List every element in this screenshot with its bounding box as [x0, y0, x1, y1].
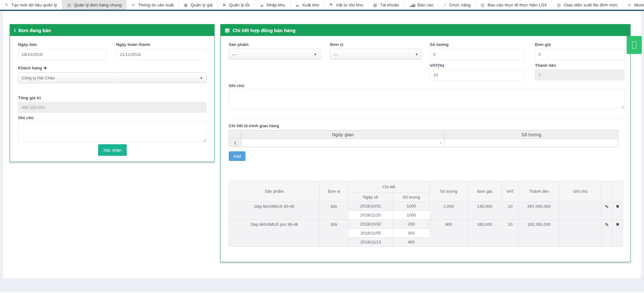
- card-icon: ▦: [373, 3, 377, 7]
- total-value-label: Tổng giá trị: [18, 95, 41, 100]
- delete-icon[interactable]: ✖: [616, 204, 620, 209]
- schedule-qty-cell[interactable]: [445, 139, 618, 147]
- col-vat: VAT: [502, 181, 519, 202]
- customer-select[interactable]: Công ty Hải Châu ▼: [18, 72, 207, 83]
- cell-product: Dép MAXIMUS 40-45: [229, 202, 320, 220]
- col-detail: Chi tiết: [348, 181, 430, 193]
- tab-label: Xuất kho: [302, 3, 319, 7]
- contract-panel: Chi tiết hợp đồng bán hàng Sản phẩm --- …: [220, 24, 630, 262]
- col-detail-date: Ngày về: [348, 193, 393, 202]
- tab-nhap-kho[interactable]: ☁Nhập kho: [254, 0, 290, 10]
- col-qty: Số lượng: [430, 181, 468, 202]
- product-select-value: ---: [232, 52, 236, 57]
- bolt-icon: ⚡: [443, 3, 446, 7]
- tab-chuc-nang[interactable]: ⚡Chức năng: [438, 0, 476, 10]
- unit-price-input[interactable]: [535, 49, 624, 60]
- cell-total: 297,000,000: [519, 202, 559, 220]
- tab-label: Quản lý giá: [190, 3, 212, 7]
- tab-label: Thông tin sản xuất: [138, 3, 174, 7]
- vat-input[interactable]: [430, 69, 525, 80]
- side-widget-button[interactable]: [627, 36, 642, 54]
- add-customer-icon[interactable]: ✚: [43, 66, 47, 70]
- delivery-schedule-label: Chi tiết lộ trình giao hàng: [229, 123, 279, 128]
- tab-label: Tạo mới dữ liệu quản lý: [11, 3, 57, 7]
- customer-select-value: Công ty Hải Châu: [22, 75, 55, 80]
- cell-note: [559, 220, 602, 247]
- price-icon: ▣: [184, 3, 188, 7]
- cell-detail-date: 2018/10/31: [348, 202, 393, 211]
- contract-items-table: Sản phẩm Đơn vị Chi tiết Số lượng Đơn gi…: [229, 181, 623, 247]
- customer-label-text: Khách hàng: [18, 66, 42, 70]
- quantity-input[interactable]: [430, 49, 525, 60]
- tab-quan-ly-gia[interactable]: ▣Quản lý giá: [179, 0, 218, 10]
- delete-icon[interactable]: ✖: [616, 222, 620, 227]
- contract-note-textarea[interactable]: [229, 89, 624, 109]
- unit-select-value: ---: [334, 52, 338, 57]
- tab-quan-ly-don-hang-chung[interactable]: ▤Quản lý đơn hàng chung: [62, 0, 127, 10]
- amount-input: [535, 69, 624, 80]
- pencil-icon: ✎: [5, 3, 8, 7]
- tab-label: Tài khoản: [380, 3, 399, 7]
- app-window: ✎Tạo mới dữ liệu quản lý ▤Quản lý đơn hà…: [0, 0, 644, 293]
- col-unit: Đơn vị: [320, 181, 348, 202]
- order-panel-header: i Đơn đang bán: [10, 24, 214, 36]
- menu-icon: ≡: [628, 3, 631, 7]
- footer-lower-strip: [0, 291, 644, 293]
- calendar-icon: [225, 28, 230, 33]
- book-icon: ▤: [67, 3, 71, 7]
- cell-note: [559, 202, 602, 220]
- chevron-down-icon: ▼: [314, 53, 317, 56]
- amount-label: Thành tiền: [535, 63, 556, 68]
- cell-unit: Đôi: [320, 220, 348, 247]
- cell-unit: Đôi: [320, 202, 348, 220]
- cell-qty: 2,000: [430, 202, 468, 220]
- tab-tai-khoan[interactable]: ▦Tài khoản: [368, 0, 404, 10]
- cell-detail-date: 2018/11/05: [348, 229, 393, 238]
- tab-label: Giao diện xuất file định mức: [564, 3, 618, 7]
- tab-label: Báo cáo: [418, 3, 434, 7]
- sale-date-input[interactable]: [18, 49, 107, 60]
- tab-vat-tu-ton-kho[interactable]: ⚑Vật tư tồn kho: [325, 0, 369, 10]
- add-button[interactable]: Add: [229, 151, 245, 161]
- confirm-button[interactable]: Xác nhận: [98, 144, 127, 156]
- tab-tao-moi-du-lieu[interactable]: ✎Tạo mới dữ liệu quản lý: [0, 0, 62, 10]
- cell-price: 135,000: [468, 202, 502, 220]
- cell-detail-date: 2018/10/30: [348, 220, 393, 229]
- tab-bar: ✎Tạo mới dữ liệu quản lý ▤Quản lý đơn hà…: [0, 0, 644, 10]
- tab-bao-cao[interactable]: ▁▄▆Báo cáo: [404, 0, 439, 10]
- total-value-input: [18, 102, 207, 113]
- unit-select[interactable]: --- ▼: [330, 49, 422, 60]
- tab-more[interactable]: ≡More: [623, 0, 644, 10]
- book-icon: ▤: [481, 3, 484, 7]
- cell-product: Dép MAXIMUS pro 36-46: [229, 220, 320, 247]
- tab-quan-ly-loi[interactable]: ✖Quản lý lỗi: [218, 0, 255, 10]
- order-note-textarea[interactable]: [18, 121, 207, 142]
- edit-icon[interactable]: ✎: [605, 222, 609, 228]
- cell-price: 165,000: [468, 220, 502, 247]
- tab-bao-cao-thuc-te-lsx[interactable]: ▤Báo cáo thực tế thực hiện LSX: [476, 0, 552, 10]
- col-edit: [602, 181, 612, 202]
- edit-icon[interactable]: ✎: [605, 204, 609, 210]
- chevron-down-icon: ▼: [200, 76, 203, 80]
- tab-thong-tin-san-xuat[interactable]: ✏Thông tin sản xuất: [127, 0, 179, 10]
- cell-detail-qty: 300: [393, 229, 430, 238]
- contract-panel-header: Chi tiết hợp đồng bán hàng: [221, 24, 630, 36]
- chevron-down-icon: ▼: [439, 139, 442, 147]
- tab-label: Quản lý đơn hàng chung: [74, 3, 122, 7]
- cell-detail-qty: 1000: [393, 202, 430, 211]
- cloud-download-icon: ☁: [295, 3, 299, 7]
- schedule-date-cell[interactable]: ▼: [241, 139, 445, 147]
- complete-date-input[interactable]: [116, 49, 207, 60]
- tab-giao-dien-xuat-file[interactable]: ▤Giao diện xuất file định mức: [552, 0, 623, 10]
- schedule-row: 1 ▼: [229, 139, 618, 147]
- quantity-label: Số lượng: [430, 42, 448, 47]
- tab-xuat-kho[interactable]: ☁Xuất kho: [290, 0, 324, 10]
- unit-label: Đơn vị: [330, 42, 343, 47]
- cell-total: 163,350,000: [519, 220, 559, 247]
- col-note: Ghi chú: [559, 181, 602, 202]
- x-icon: ✖: [223, 3, 226, 7]
- product-select[interactable]: --- ▼: [229, 49, 320, 60]
- complete-date-label: Ngày hoàn thành: [116, 42, 150, 47]
- chart-icon: ▁▄▆: [409, 3, 415, 7]
- tab-label: More: [634, 3, 644, 7]
